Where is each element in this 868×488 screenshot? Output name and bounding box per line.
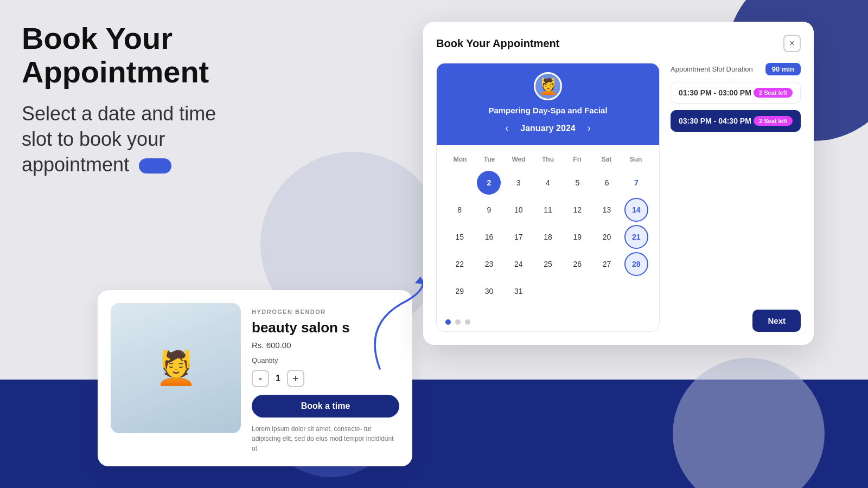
quantity-control: - 1 +	[252, 370, 399, 387]
next-month-button[interactable]: ›	[584, 123, 594, 134]
day-header-thu: Thu	[533, 153, 563, 165]
cal-day-8[interactable]: 8	[448, 198, 471, 222]
cal-day-23[interactable]: 23	[477, 252, 501, 276]
hero-section: Book Your Appointment Select a date and …	[22, 22, 336, 189]
cal-day-12[interactable]: 12	[565, 198, 589, 222]
book-time-button[interactable]: Book a time	[252, 395, 399, 418]
days-header: Mon Tue Wed Thu Fri Sat Sun	[445, 153, 650, 165]
modal-header: Book Your Appointment ×	[436, 35, 801, 52]
cal-day-28[interactable]: 28	[624, 252, 648, 276]
slot-spacer	[671, 138, 801, 303]
slot-time-1: 01:30 PM - 03:00 PM	[679, 88, 751, 97]
quantity-minus-button[interactable]: -	[252, 370, 269, 387]
cal-day-13[interactable]: 13	[595, 198, 619, 222]
day-header-wed: Wed	[504, 153, 533, 165]
cal-day-31[interactable]: 31	[507, 279, 531, 303]
product-brand: HYDROGEN BENDOR	[252, 309, 399, 315]
cal-day-26[interactable]: 26	[565, 252, 589, 276]
cal-day-3[interactable]: 3	[507, 171, 531, 195]
dot-3[interactable]	[465, 319, 470, 325]
slot-row-1[interactable]: 01:30 PM - 03:00 PM 2 Seat left	[671, 82, 801, 104]
product-price: Rs. 600.00	[252, 341, 399, 350]
cal-day-9[interactable]: 9	[477, 198, 501, 222]
cal-day-11[interactable]: 11	[536, 198, 560, 222]
cal-day-10[interactable]: 10	[507, 198, 531, 222]
cal-day-22[interactable]: 22	[448, 252, 471, 276]
product-card: HYDROGEN BENDOR beauty salon s Rs. 600.0…	[98, 290, 412, 466]
bg-circle-bottom-right	[673, 358, 825, 488]
calendar-section: 💆 Pampering Day-Spa and Facial ‹ January…	[436, 63, 660, 332]
month-year-label: January 2024	[520, 124, 575, 133]
spa-avatar: 💆	[534, 72, 562, 100]
cal-day-5[interactable]: 5	[565, 171, 589, 195]
close-button[interactable]: ×	[783, 35, 801, 52]
cal-day-4[interactable]: 4	[536, 171, 560, 195]
calendar-grid: Mon Tue Wed Thu Fri Sat Sun 1 2 3 4 5 6 …	[437, 145, 659, 313]
cal-day-6[interactable]: 6	[595, 171, 619, 195]
dot-2[interactable]	[455, 319, 461, 325]
modal-body: 💆 Pampering Day-Spa and Facial ‹ January…	[436, 63, 801, 332]
appointment-modal: Book Your Appointment × 💆 Pampering Day-…	[423, 22, 814, 345]
day-header-sun: Sun	[621, 153, 650, 165]
calendar-header: 💆 Pampering Day-Spa and Facial ‹ January…	[437, 63, 659, 145]
cal-day-29[interactable]: 29	[448, 279, 471, 303]
next-button[interactable]: Next	[752, 310, 801, 332]
cal-day-14[interactable]: 14	[624, 198, 648, 222]
slot-duration-row: Appointment Slot Duration 90 min	[671, 63, 801, 75]
calendar-days: 1 2 3 4 5 6 7 8 9 10 11 12 13 14 15	[445, 170, 650, 304]
prev-month-button[interactable]: ‹	[502, 123, 512, 134]
cal-day-18[interactable]: 18	[536, 225, 560, 249]
dot-1[interactable]	[445, 319, 451, 325]
modal-title: Book Your Appointment	[436, 37, 559, 50]
slot-duration-badge: 90 min	[765, 63, 801, 75]
blue-pill-decoration	[139, 158, 171, 174]
spa-name: Pampering Day-Spa and Facial	[488, 106, 607, 115]
cal-day-27[interactable]: 27	[595, 252, 619, 276]
product-description: Lorem ipsum dolor sit amet, consecte- tu…	[252, 424, 399, 453]
product-info: HYDROGEN BENDOR beauty salon s Rs. 600.0…	[252, 303, 399, 453]
cal-day-20[interactable]: 20	[595, 225, 619, 249]
slot-duration-label: Appointment Slot Duration	[671, 65, 753, 73]
cal-day-25[interactable]: 25	[536, 252, 560, 276]
cal-day-24[interactable]: 24	[507, 252, 531, 276]
slot-row-2[interactable]: 03:30 PM - 04:30 PM 2 Seat left	[671, 110, 801, 132]
main-title: Book Your Appointment	[22, 22, 336, 88]
cal-day-21[interactable]: 21	[624, 225, 648, 249]
product-name: beauty salon s	[252, 319, 399, 336]
cal-day-17[interactable]: 17	[507, 225, 531, 249]
quantity-label: Quantity	[252, 356, 399, 364]
quantity-value: 1	[276, 374, 280, 383]
day-header-mon: Mon	[445, 153, 475, 165]
day-header-sat: Sat	[592, 153, 621, 165]
calendar-nav: ‹ January 2024 ›	[502, 120, 593, 136]
quantity-plus-button[interactable]: +	[287, 370, 304, 387]
cal-day-30[interactable]: 30	[477, 279, 501, 303]
seat-badge-1: 2 Seat left	[754, 88, 793, 98]
product-image	[111, 303, 241, 433]
slot-section: Appointment Slot Duration 90 min 01:30 P…	[671, 63, 801, 332]
face-image	[111, 303, 241, 433]
seat-badge-2: 2 Seat left	[754, 116, 793, 126]
day-header-tue: Tue	[475, 153, 504, 165]
cal-day-2[interactable]: 2	[477, 171, 501, 195]
cal-day-7[interactable]: 7	[624, 171, 648, 195]
subtitle: Select a date and time slot to book your…	[22, 101, 336, 177]
dots-indicator	[437, 313, 659, 331]
cal-day-19[interactable]: 19	[565, 225, 589, 249]
cal-day-16[interactable]: 16	[477, 225, 501, 249]
day-header-fri: Fri	[563, 153, 592, 165]
slot-time-2: 03:30 PM - 04:30 PM	[679, 117, 751, 125]
cal-day-15[interactable]: 15	[448, 225, 471, 249]
